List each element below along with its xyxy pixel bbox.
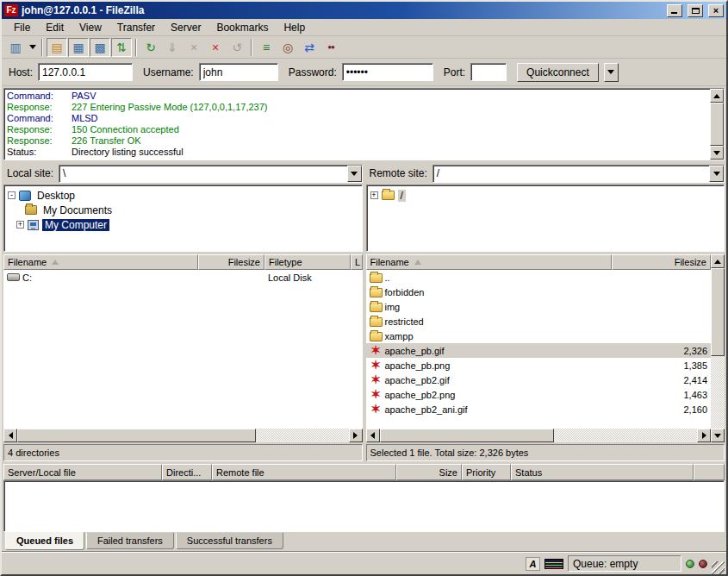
log-vertical-scrollbar[interactable]	[710, 89, 724, 160]
local-horizontal-scrollbar[interactable]	[3, 429, 363, 442]
menu-help[interactable]: Help	[277, 20, 312, 35]
remote-tree: + /	[366, 185, 725, 252]
folder-row[interactable]: ..	[366, 270, 712, 285]
resize-grip[interactable]	[712, 561, 725, 574]
password-input[interactable]	[342, 63, 433, 81]
remote-site-value: /	[433, 166, 709, 182]
column-header-status[interactable]: Status	[511, 464, 694, 480]
queue-view-toggle-icon[interactable]: ⇅	[111, 38, 132, 57]
toolbar-separator	[251, 39, 252, 56]
site-manager-dropdown[interactable]	[27, 38, 38, 57]
column-header-server-local-file[interactable]: Server/Local file	[3, 464, 162, 480]
column-header-remote-file[interactable]: Remote file	[212, 464, 396, 480]
log-row: Command:MLSD	[7, 113, 710, 124]
chevron-down-icon[interactable]	[347, 166, 362, 182]
local-tree: - Desktop My Documents + My Computer	[3, 185, 363, 252]
tree-item-root[interactable]: + /	[370, 188, 723, 203]
file-row[interactable]: ✶apache_pb.png1,385	[366, 358, 712, 373]
scroll-left-icon[interactable]	[3, 429, 17, 442]
remote-site-combo[interactable]: /	[432, 165, 725, 183]
tab-successful-transfers[interactable]: Successful transfers	[176, 533, 283, 549]
column-header-filename[interactable]: Filename	[366, 254, 612, 270]
port-input[interactable]	[470, 63, 507, 81]
menu-server[interactable]: Server	[164, 20, 208, 35]
disconnect-icon[interactable]: ×	[205, 38, 226, 57]
find-files-icon[interactable]: ●●	[320, 38, 341, 57]
folder-row[interactable]: restricted	[366, 314, 712, 329]
file-row[interactable]: ✶apache_pb2_ani.gif2,160	[366, 402, 712, 416]
menu-file[interactable]: File	[7, 20, 37, 35]
file-row-selected[interactable]: ✶apache_pb.gif2,326	[366, 343, 712, 358]
remote-pane: Remote site: / + / Filename Filesize	[366, 164, 725, 461]
column-header-size[interactable]: Size	[396, 464, 462, 480]
remote-tree-toggle-icon[interactable]: ▩	[90, 38, 110, 57]
file-row-c-drive[interactable]: C: Local Disk	[3, 270, 363, 285]
expand-icon[interactable]: +	[16, 221, 24, 229]
maximize-button[interactable]	[688, 4, 703, 17]
refresh-icon[interactable]: ↻	[140, 38, 161, 57]
scroll-down-icon[interactable]	[711, 429, 725, 442]
remote-horizontal-scrollbar[interactable]	[366, 429, 712, 442]
remote-file-list: .. forbidden img restricted xampp ✶apach…	[366, 270, 712, 429]
quickconnect-button[interactable]: Quickconnect	[517, 63, 599, 82]
scroll-up-icon[interactable]	[710, 89, 724, 103]
main-panes: Local site: \ - Desktop My Documents +	[2, 162, 726, 463]
scroll-left-icon[interactable]	[366, 429, 380, 442]
minimize-button[interactable]	[667, 4, 682, 17]
collapse-icon[interactable]: -	[8, 191, 16, 199]
tab-queued-files[interactable]: Queued files	[5, 532, 84, 550]
chevron-down-icon[interactable]	[709, 166, 724, 182]
menu-view[interactable]: View	[72, 20, 109, 35]
column-header-last-modified[interactable]: L	[351, 254, 363, 270]
folder-icon	[370, 288, 383, 297]
scroll-right-icon[interactable]	[349, 429, 363, 442]
log-row: Response:227 Entering Passive Mode (127,…	[7, 102, 710, 113]
local-status-text: 4 directories	[3, 444, 363, 461]
menu-edit[interactable]: Edit	[39, 20, 71, 35]
column-header-filename[interactable]: Filename	[3, 254, 198, 270]
column-header-direction[interactable]: Directi...	[162, 464, 212, 480]
desktop-icon	[19, 191, 31, 201]
folder-icon	[370, 273, 383, 283]
folder-icon	[370, 317, 383, 327]
local-tree-toggle-icon[interactable]: ▦	[68, 38, 89, 57]
expand-icon[interactable]: +	[370, 191, 378, 199]
file-row[interactable]: ✶apache_pb2.png1,463	[366, 387, 712, 402]
tree-item-my-documents[interactable]: My Documents	[8, 203, 360, 217]
site-manager-icon[interactable]: ▥	[5, 38, 26, 57]
menu-bookmarks[interactable]: Bookmarks	[209, 20, 275, 35]
filter-icon[interactable]: ≡	[256, 38, 277, 57]
message-log-toggle-icon[interactable]: ▤	[47, 38, 67, 57]
folder-row[interactable]: img	[366, 299, 712, 314]
speed-limits-icon	[544, 559, 563, 569]
column-header-filesize[interactable]: Filesize	[612, 254, 712, 270]
column-header-filetype[interactable]: Filetype	[264, 254, 351, 270]
local-site-combo[interactable]: \	[59, 165, 362, 183]
queue-tabs: Queued files Failed transfers Successful…	[2, 532, 726, 552]
column-header-filesize[interactable]: Filesize	[198, 254, 264, 270]
close-button[interactable]: ×	[708, 4, 724, 17]
scroll-up-icon[interactable]	[711, 254, 725, 268]
synchronized-browsing-icon[interactable]: ⇄	[299, 38, 320, 57]
tree-item-desktop[interactable]: - Desktop	[8, 188, 360, 203]
directory-comparison-icon[interactable]: ◎	[277, 38, 298, 57]
menu-transfer[interactable]: Transfer	[110, 20, 162, 35]
scroll-down-icon[interactable]	[710, 146, 724, 160]
local-file-list: C: Local Disk	[3, 270, 363, 429]
folder-row[interactable]: xampp	[366, 329, 712, 343]
folder-row[interactable]: forbidden	[366, 285, 712, 299]
local-site-value: \	[59, 166, 346, 182]
scroll-right-icon[interactable]	[697, 429, 711, 442]
queue-status-field: Queue: empty	[568, 555, 681, 572]
host-input[interactable]	[38, 63, 133, 81]
toolbar-separator	[41, 39, 43, 56]
column-header-priority[interactable]: Priority	[462, 464, 511, 480]
file-row[interactable]: ✶apache_pb2.gif2,414	[366, 373, 712, 387]
toolbar-separator	[135, 39, 137, 56]
activity-led-red-icon	[699, 560, 707, 568]
quickconnect-dropdown[interactable]	[604, 63, 619, 82]
remote-vertical-scrollbar[interactable]	[711, 254, 725, 442]
username-input[interactable]	[199, 63, 278, 81]
tree-item-my-computer[interactable]: + My Computer	[8, 217, 360, 232]
tab-failed-transfers[interactable]: Failed transfers	[86, 533, 174, 549]
